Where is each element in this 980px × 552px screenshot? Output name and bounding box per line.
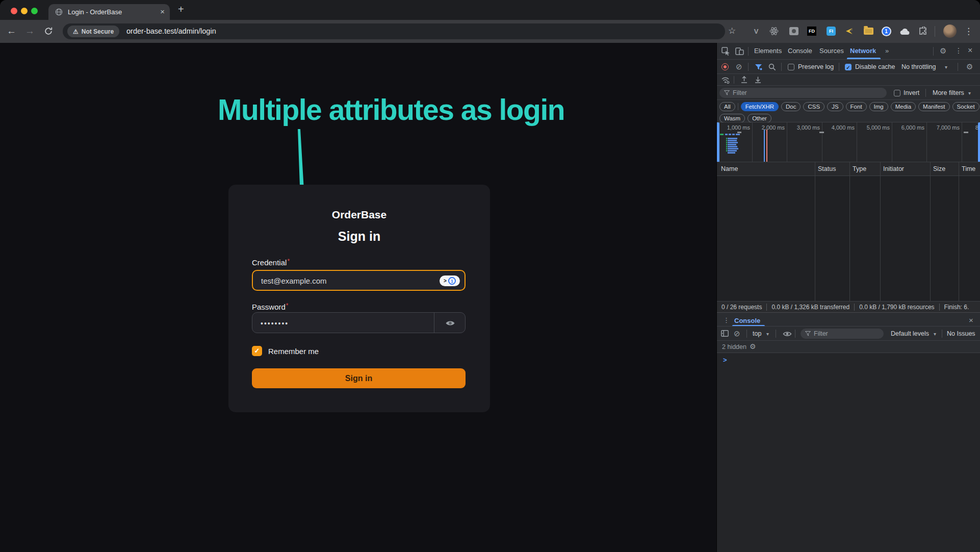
devtools-menu-kebab-icon[interactable]: ⋮ (955, 46, 962, 55)
tab-console[interactable]: Console (788, 47, 812, 55)
funnel-icon (724, 90, 730, 95)
extensions-puzzle-icon[interactable] (918, 26, 928, 36)
console-filter-input[interactable]: Filter (801, 329, 884, 339)
column-type[interactable]: Type (853, 165, 866, 172)
log-levels-select[interactable]: Default levels (891, 330, 929, 337)
back-button[interactable]: ← (7, 26, 16, 37)
column-name[interactable]: Name (721, 165, 738, 172)
preserve-log-checkbox[interactable] (788, 64, 794, 70)
tab-network[interactable]: Network (850, 47, 876, 55)
filter-funnel-icon[interactable] (755, 64, 762, 70)
column-time[interactable]: Time (962, 165, 975, 172)
cloud-extension-icon[interactable] (900, 26, 910, 36)
more-filters-button[interactable]: More filters (933, 89, 964, 96)
hidden-settings-gear-icon[interactable]: ⚙ (750, 342, 756, 350)
funnel-icon (805, 331, 811, 336)
macos-zoom-button[interactable] (31, 8, 38, 14)
clear-network-log-icon[interactable]: ⊘ (736, 62, 742, 71)
devtools-tabbar: Elements Console Sources Network » ⚙ ⋮ × (717, 43, 980, 60)
chip-fetch-xhr[interactable]: Fetch/XHR (741, 102, 779, 111)
network-overview-timeline[interactable]: 1,000 ms 2,000 ms 3,000 ms 4,000 ms 5,00… (717, 122, 980, 162)
chip-img[interactable]: Img (869, 102, 888, 111)
reload-button[interactable] (44, 27, 53, 36)
chip-font[interactable]: Font (846, 102, 867, 111)
drawer-tab-console[interactable]: Console (734, 317, 760, 324)
inspect-element-icon[interactable] (721, 47, 730, 56)
chip-other[interactable]: Other (747, 114, 771, 123)
execution-context-select[interactable]: top (753, 330, 761, 337)
folder-extension-icon[interactable] (863, 26, 873, 36)
record-network-log-icon[interactable] (721, 63, 729, 70)
chip-css[interactable]: CSS (803, 102, 824, 111)
disable-cache-checkbox[interactable]: ✓ (845, 64, 852, 70)
device-toolbar-icon[interactable] (735, 47, 744, 56)
security-badge[interactable]: ⚠ Not Secure (67, 26, 119, 37)
invert-checkbox[interactable] (894, 90, 900, 96)
clear-console-icon[interactable]: ⊘ (734, 329, 740, 338)
console-sidebar-icon[interactable] (721, 330, 729, 337)
show-password-eye-icon[interactable] (445, 319, 455, 327)
chip-doc[interactable]: Doc (781, 102, 801, 111)
drawer-close-icon[interactable]: × (969, 316, 973, 324)
browser-menu-kebab-icon[interactable]: ⋮ (964, 26, 973, 37)
tab-close-icon[interactable]: × (160, 7, 165, 16)
profile-avatar[interactable] (943, 24, 957, 38)
password-input[interactable]: •••••••• (252, 312, 466, 333)
credential-value: test@example.com (261, 277, 327, 285)
import-har-icon[interactable] (740, 76, 748, 84)
tab-elements[interactable]: Elements (754, 47, 782, 55)
onepassword-extension-icon[interactable]: 1 (881, 26, 891, 36)
vue-devtools-extension-icon[interactable]: V (751, 26, 761, 36)
remember-me-checkbox[interactable]: ✓ (252, 346, 262, 356)
forward-button[interactable]: → (25, 26, 35, 37)
issues-counter[interactable]: No Issues (947, 330, 975, 337)
macos-close-button[interactable] (11, 8, 17, 14)
network-conditions-icon[interactable] (721, 77, 730, 84)
onepassword-inline-icon[interactable]: > 1 (440, 275, 460, 286)
browser-tab[interactable]: Login - OrderBase × (48, 4, 170, 20)
devtools-settings-gear-icon[interactable]: ⚙ (940, 46, 946, 56)
chip-manifest[interactable]: Manifest (918, 102, 949, 111)
macos-minimize-button[interactable] (21, 8, 28, 14)
camera-extension-icon[interactable] (789, 26, 799, 36)
column-size[interactable]: Size (933, 165, 945, 172)
chip-js[interactable]: JS (827, 102, 843, 111)
globe-favicon-icon (55, 8, 63, 16)
throttling-select[interactable]: No throttling (901, 63, 936, 70)
drawer-menu-kebab-icon[interactable]: ⋮ (723, 316, 730, 324)
network-settings-gear-icon[interactable]: ⚙ (966, 62, 973, 71)
address-bar[interactable]: ⚠ Not Secure order-base.test/admin/login (63, 23, 725, 39)
more-tabs-chevrons[interactable]: » (885, 47, 889, 55)
console-output-area[interactable]: > (717, 353, 980, 552)
signin-button[interactable]: Sign in (252, 368, 466, 388)
network-filter-input[interactable]: Filter (719, 88, 887, 98)
requests-count: 0 / 26 requests (717, 304, 767, 311)
search-icon[interactable] (768, 63, 776, 71)
chip-media[interactable]: Media (891, 102, 916, 111)
devtools-close-icon[interactable]: × (968, 46, 972, 55)
live-expression-eye-icon[interactable] (783, 331, 792, 337)
tab-strip: Login - OrderBase × + (0, 0, 980, 20)
chip-all[interactable]: All (719, 102, 735, 111)
console-toolbar: ⊘ top ▾ Filter Default levels ▾ No Issue… (717, 327, 980, 341)
new-tab-button[interactable]: + (178, 4, 184, 15)
fd-extension-icon[interactable]: FD (807, 26, 817, 36)
export-har-icon[interactable] (754, 76, 762, 84)
arrow-extension-icon[interactable] (844, 26, 854, 36)
chip-wasm[interactable]: Wasm (719, 114, 745, 123)
overview-right-handle[interactable] (978, 122, 980, 162)
column-initiator[interactable]: Initiator (883, 165, 904, 172)
column-status[interactable]: Status (818, 165, 836, 172)
console-prompt-chevron[interactable]: > (723, 356, 727, 364)
credential-input[interactable]: test@example.com > 1 (252, 270, 466, 291)
chip-socket[interactable]: Socket (952, 102, 979, 111)
tick-label: 7,000 ms (937, 124, 960, 131)
overview-left-handle[interactable] (717, 122, 719, 162)
react-devtools-extension-icon[interactable] (769, 26, 779, 36)
requests-table-body[interactable] (717, 176, 980, 301)
tab-sources[interactable]: Sources (819, 47, 844, 55)
brand-title: OrderBase (228, 209, 490, 221)
required-asterisk: * (287, 258, 290, 265)
bookmark-star-icon[interactable]: ☆ (728, 26, 736, 36)
fi-extension-icon[interactable]: FI (826, 26, 836, 36)
